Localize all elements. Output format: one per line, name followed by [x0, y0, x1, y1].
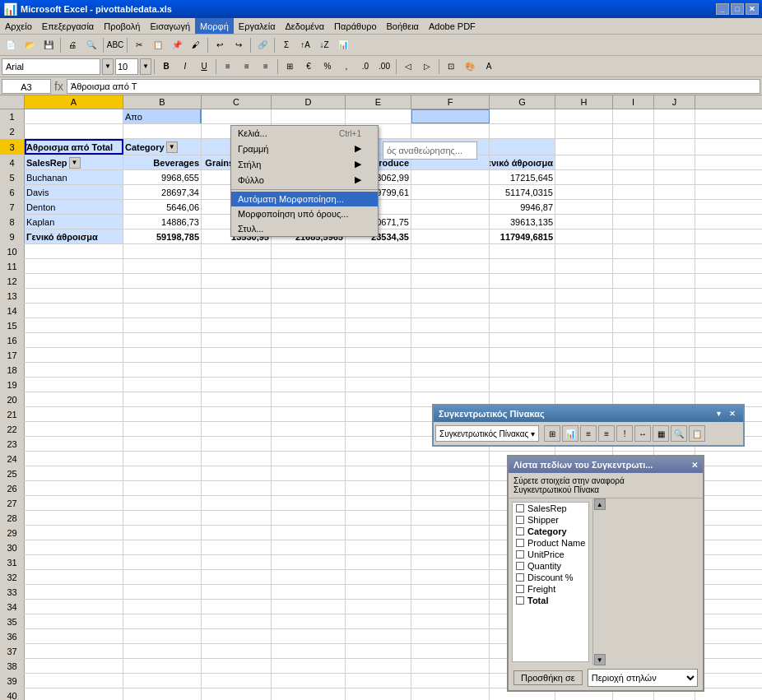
pivot-close-btn[interactable]: ✕	[727, 410, 738, 418]
close-button[interactable]: ✕	[746, 3, 759, 15]
cell-g10[interactable]	[490, 244, 555, 258]
pivot-btn-8[interactable]: 🔍	[671, 425, 687, 442]
cell-c36[interactable]	[202, 629, 272, 643]
cell-c28[interactable]	[202, 511, 272, 525]
cell-f24[interactable]	[411, 452, 490, 466]
cell-g18[interactable]	[490, 363, 555, 377]
menu-file[interactable]: Αρχείο	[0, 18, 37, 34]
maximize-button[interactable]: □	[731, 3, 744, 15]
cell-c26[interactable]	[202, 481, 272, 495]
cell-c1[interactable]	[202, 109, 272, 123]
cell-g15[interactable]	[490, 318, 555, 332]
cut-button[interactable]: ✂	[130, 36, 148, 54]
cell-g1[interactable]	[490, 109, 555, 123]
menu-window[interactable]: Παράθυρο	[329, 18, 381, 34]
cell-g3[interactable]	[490, 139, 555, 155]
cell-i5[interactable]	[613, 170, 654, 184]
salesrep-dropdown-btn[interactable]: ▼	[69, 157, 81, 169]
cell-b40[interactable]	[123, 688, 202, 700]
menu-style[interactable]: Στυλ...	[231, 221, 378, 236]
cell-j7[interactable]	[654, 200, 695, 214]
unitprice-checkbox[interactable]	[516, 550, 524, 559]
cell-f16[interactable]	[411, 333, 490, 347]
cell-b9[interactable]: 59198,785	[123, 229, 202, 243]
cell-c34[interactable]	[202, 600, 272, 614]
col-header-a[interactable]: A	[25, 95, 123, 109]
menu-edit[interactable]: Επεξεργασία	[37, 18, 99, 34]
cell-d22[interactable]	[272, 422, 346, 436]
cell-c20[interactable]	[202, 392, 272, 406]
cell-a22[interactable]	[25, 422, 123, 436]
cell-a32[interactable]	[25, 570, 123, 584]
cell-d32[interactable]	[272, 570, 346, 584]
cell-b35[interactable]	[123, 614, 202, 628]
cell-a3[interactable]: Άθροισμα από Total	[25, 139, 123, 155]
align-center[interactable]: ≡	[238, 58, 256, 76]
col-header-d[interactable]: D	[272, 95, 346, 109]
cell-a39[interactable]	[25, 674, 123, 688]
cell-i14[interactable]	[613, 304, 654, 318]
cell-i7[interactable]	[613, 200, 654, 214]
cell-i11[interactable]	[613, 259, 654, 273]
cell-e27[interactable]	[346, 496, 411, 510]
menu-view[interactable]: Προβολή	[99, 18, 145, 34]
salesrep-checkbox[interactable]	[516, 504, 524, 512]
cell-a10[interactable]	[25, 244, 123, 258]
col-header-g[interactable]: G	[490, 95, 555, 109]
cell-h14[interactable]	[555, 304, 613, 318]
cell-f34[interactable]	[411, 600, 490, 614]
chart-button[interactable]: 📊	[334, 36, 352, 54]
cell-e28[interactable]	[346, 511, 411, 525]
total-checkbox[interactable]	[516, 596, 524, 605]
cell-i9[interactable]	[613, 229, 654, 243]
print-button[interactable]: 🖨	[63, 36, 81, 54]
cell-a30[interactable]	[25, 540, 123, 554]
cell-i16[interactable]	[613, 333, 654, 347]
cell-j17[interactable]	[654, 348, 695, 362]
cell-b32[interactable]	[123, 570, 202, 584]
cell-a1[interactable]	[25, 109, 123, 123]
cell-g7[interactable]: 9946,87	[490, 200, 555, 214]
cell-g17[interactable]	[490, 348, 555, 362]
cell-a16[interactable]	[25, 333, 123, 347]
cell-h3[interactable]	[555, 139, 613, 155]
add-to-button[interactable]: Προσθήκη σε	[513, 670, 583, 685]
cell-h7[interactable]	[555, 200, 613, 214]
cell-a29[interactable]	[25, 526, 123, 540]
cell-a6[interactable]: Davis	[25, 185, 123, 199]
cell-b24[interactable]	[123, 452, 202, 466]
category-dropdown-btn[interactable]: ▼	[166, 141, 178, 153]
cell-e11[interactable]	[346, 259, 411, 273]
cell-h4[interactable]	[555, 155, 613, 169]
cell-i3[interactable]	[613, 139, 654, 155]
cell-b1[interactable]: Απο	[123, 109, 202, 123]
cell-d15[interactable]	[272, 318, 346, 332]
cell-f25[interactable]	[411, 466, 490, 480]
cell-d12[interactable]	[272, 274, 346, 288]
cell-f40[interactable]	[411, 688, 490, 700]
cell-f27[interactable]	[411, 496, 490, 510]
cell-b16[interactable]	[123, 333, 202, 347]
cell-e1[interactable]	[346, 109, 411, 123]
cell-g14[interactable]	[490, 304, 555, 318]
hyperlink-button[interactable]: 🔗	[253, 36, 272, 54]
cell-c23[interactable]	[202, 437, 272, 451]
cell-f13[interactable]	[411, 289, 490, 303]
cell-b7[interactable]: 5646,06	[123, 200, 202, 214]
copy-button[interactable]: 📋	[149, 36, 167, 54]
sort-asc[interactable]: ↑A	[296, 36, 314, 54]
cell-d36[interactable]	[272, 629, 346, 643]
cell-f29[interactable]	[411, 526, 490, 540]
cell-e33[interactable]	[346, 585, 411, 599]
cell-j12[interactable]	[654, 274, 695, 288]
cell-c22[interactable]	[202, 422, 272, 436]
cell-b28[interactable]	[123, 511, 202, 525]
menu-insert[interactable]: Εισαγωγή	[145, 18, 195, 34]
cell-d13[interactable]	[272, 289, 346, 303]
cell-d37[interactable]	[272, 644, 346, 658]
cell-f38[interactable]	[411, 659, 490, 673]
cell-a13[interactable]	[25, 289, 123, 303]
cell-g16[interactable]	[490, 333, 555, 347]
decrease-decimal[interactable]: .00	[375, 58, 393, 76]
cell-c15[interactable]	[202, 318, 272, 332]
